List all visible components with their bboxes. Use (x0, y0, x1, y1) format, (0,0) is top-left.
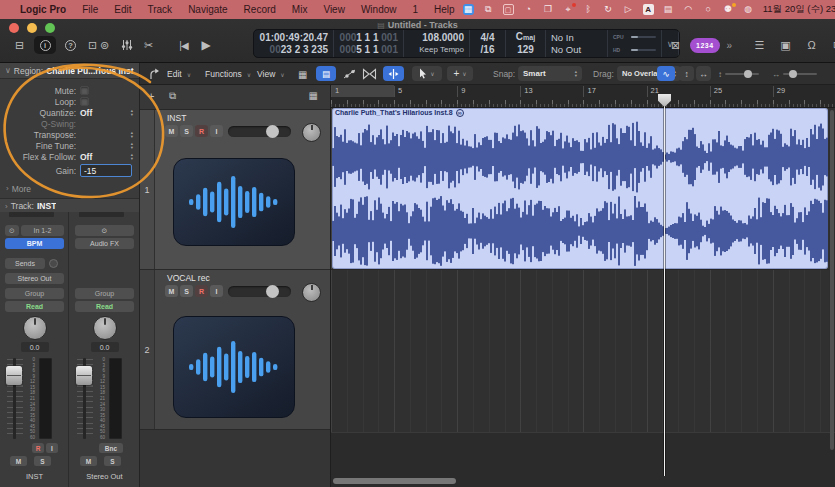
lcd-key-signature[interactable]: Cmaj 129 (506, 30, 546, 57)
snap-dropdown[interactable]: Smart (518, 66, 582, 81)
fader-cap[interactable] (6, 366, 22, 385)
add-track-button[interactable]: + (148, 90, 154, 102)
track-header-1[interactable]: 1 INST M S R I (140, 110, 330, 270)
screen-mirroring-icon[interactable]: ▢ (503, 4, 514, 15)
mute-button[interactable]: M (10, 456, 27, 466)
stepper-icon[interactable] (131, 109, 133, 117)
track-icon[interactable] (173, 316, 295, 418)
menu-help[interactable]: Help (426, 4, 463, 15)
volume-fader[interactable]: 03691215182124303540455060 (5, 356, 64, 441)
output-slot[interactable]: Stereo Out (5, 273, 64, 284)
panels-view-icon[interactable]: ▤ (316, 66, 336, 81)
audio-region[interactable]: Charlie Puth_That's Hilarious Inst.8∞ (332, 108, 828, 269)
media-browser-toggle-icon[interactable]: ⊟ (12, 36, 27, 54)
input-slot[interactable]: In 1-2 (21, 225, 64, 236)
pointer-tool-menu[interactable]: ∨ (412, 66, 442, 81)
track-record-button[interactable]: R (195, 285, 208, 297)
mouse-icon[interactable]: ⌖ (563, 4, 574, 15)
duplicate-track-icon[interactable]: ⧉ (169, 90, 176, 102)
automation-mode[interactable]: Read (5, 301, 64, 312)
vertical-auto-zoom-icon[interactable]: ↕ (679, 66, 694, 81)
group-slot[interactable]: Group (75, 288, 134, 299)
track-pan-knob[interactable] (302, 283, 321, 302)
track-header-2[interactable]: 2 VOCAL rec M S R I (140, 270, 330, 430)
region-inspector-header[interactable]: ∨ Region: Charlie Pu...rious Inst.8 (0, 63, 139, 79)
track-input-monitor-button[interactable]: I (210, 125, 223, 137)
menu-file[interactable]: File (74, 4, 106, 15)
track-header-config-icon[interactable]: ▦ (309, 90, 318, 101)
menu-window[interactable]: Window (353, 4, 405, 15)
lcd-midi-io[interactable]: No In No Out (546, 30, 608, 57)
quantize-value[interactable]: Off (80, 108, 92, 118)
track-record-button[interactable]: R (195, 125, 208, 137)
solo-off-icon[interactable]: ⊠ (668, 36, 683, 54)
menu-clock[interactable]: 11월 20일 (수) 23:30 (763, 3, 835, 16)
solo-button[interactable]: S (104, 456, 121, 466)
smart-controls-icon[interactable]: ⊚ (97, 36, 112, 54)
region-more-toggle[interactable]: ›More (0, 182, 139, 195)
bounce-button[interactable]: Bnc (99, 443, 123, 453)
menu-1[interactable]: 1 (404, 4, 426, 15)
quick-help-icon[interactable]: ? (63, 36, 78, 54)
spotlight-icon[interactable]: ○ (703, 4, 714, 15)
grid-view-icon[interactable]: ▦ (298, 66, 307, 82)
count-in-button[interactable]: 1234 (690, 38, 720, 53)
lcd-tempo[interactable]: 108.0000 Keep Tempo (404, 30, 470, 57)
pan-knob[interactable] (23, 316, 47, 340)
bar-ruler[interactable]: 159131721252933 (331, 85, 835, 108)
flex-follow-value[interactable]: Off (80, 152, 92, 162)
menu-logic-pro[interactable]: Logic Pro (12, 4, 74, 15)
mute-checkbox[interactable] (80, 86, 89, 95)
cycle-zone[interactable] (331, 85, 394, 97)
apple-loops-icon[interactable]: Ω (804, 36, 819, 54)
fader-cap[interactable] (76, 366, 92, 385)
play-button[interactable]: ▶ (198, 36, 213, 54)
input-monitor-button[interactable]: I (46, 443, 58, 453)
gain-input[interactable] (80, 164, 132, 177)
editors-scissors-icon[interactable]: ✂ (141, 36, 156, 54)
lcd-position[interactable]: 01:00:49:20.47 0023 2 3 235 (254, 30, 334, 57)
group-slot[interactable]: Group (5, 288, 64, 299)
stepper-icon[interactable] (131, 142, 133, 150)
eq-thumbnail[interactable] (9, 212, 54, 217)
window-manager-icon[interactable]: ❐ (543, 4, 554, 15)
mixer-icon[interactable] (119, 36, 134, 54)
track-name[interactable]: INST (167, 113, 186, 123)
format-button[interactable]: ⊙ (5, 225, 19, 236)
track-name[interactable]: VOCAL rec (167, 273, 210, 283)
track-solo-button[interactable]: S (180, 285, 193, 297)
lcd-performance-meters[interactable]: CPU HD (608, 30, 662, 57)
disclosure-icon[interactable]: › (5, 202, 8, 211)
lcd-time-signature[interactable]: 4/4 /16 (470, 30, 506, 57)
track-pan-knob[interactable] (302, 123, 321, 142)
sends-slot[interactable]: Sends (5, 258, 45, 269)
instrument-slot[interactable]: BPM (5, 238, 64, 249)
stepper-icon[interactable] (131, 153, 133, 161)
inspector-toggle-icon[interactable]: i (34, 36, 56, 54)
audio-fx-slot[interactable]: Audio FX (75, 238, 134, 249)
menu-view[interactable]: View (315, 4, 353, 15)
list-editors-icon[interactable]: ☰ (752, 36, 767, 54)
record-enable-button[interactable]: R (32, 443, 44, 453)
screen-record-icon[interactable]: ◔ (523, 4, 534, 15)
eq-thumbnail[interactable] (79, 212, 124, 217)
menu-mix[interactable]: Mix (284, 4, 316, 15)
time-machine-icon[interactable]: ↻ (603, 4, 614, 15)
browser-icon[interactable]: ◍ (743, 4, 754, 15)
automation-mode[interactable]: Read (75, 301, 134, 312)
menu-navigate[interactable]: Navigate (180, 4, 235, 15)
keyboard-icon[interactable]: ▤ (663, 4, 674, 15)
send-knob[interactable] (49, 259, 58, 268)
mute-button[interactable]: M (80, 456, 97, 466)
horizontal-zoom-slider[interactable]: ↔ (772, 66, 817, 82)
track-volume-slider[interactable] (228, 286, 291, 297)
vertical-zoom-slider[interactable]: ↕ (718, 66, 759, 82)
rewind-button[interactable]: |◀ (176, 36, 191, 54)
undo-history-icon[interactable] (148, 66, 160, 82)
solo-button[interactable]: S (34, 456, 51, 466)
track-icon[interactable] (173, 158, 295, 246)
note-pads-icon[interactable]: ▣ (778, 36, 793, 54)
now-playing-icon[interactable]: ▷ (623, 4, 634, 15)
edit-menu[interactable]: Edit (167, 66, 191, 82)
lcd-locators[interactable]: 0001 1 1 001 0005 1 1 001 (334, 30, 404, 57)
